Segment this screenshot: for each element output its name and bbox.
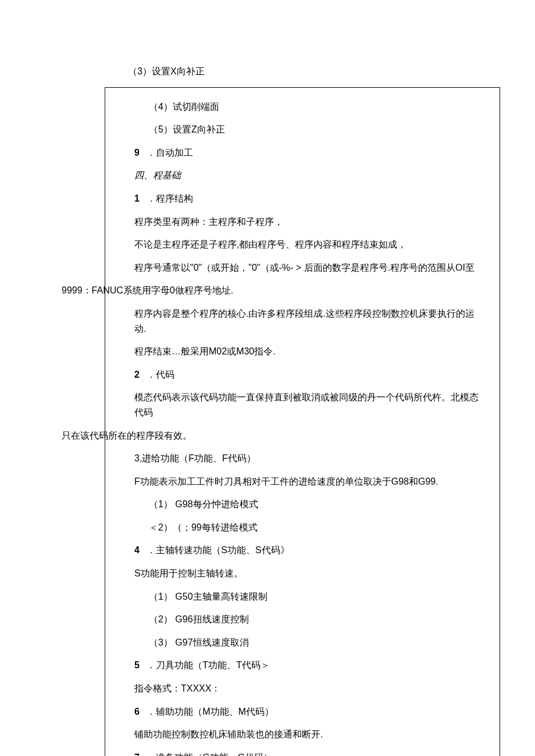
text: 不论是主程序还是子程序,都由程序号、程序内容和程序结束如成， [134, 239, 406, 249]
paragraph: 模态代码表示该代码功能一直保持直到被取消或被同级的丹一个代码所代杵。北模态代码 [120, 390, 485, 420]
subsection-2-title: 2 ．代码 [120, 367, 485, 382]
subsection-3-title: 3,进给功能（F功能、F代码） [120, 451, 485, 466]
text: （3）设置X向补正 [128, 66, 205, 76]
text: 9999：FANUC系统用字母0做程序号地址. [62, 285, 233, 295]
sub-text: ．代码 [147, 370, 174, 379]
text: 只在该代码所在的程序段有效。 [62, 431, 192, 440]
paragraph: 程序类里有两种：主程序和子程序， [120, 214, 485, 230]
text: （4）试切削端面 [149, 102, 219, 112]
text: （1） G98每分忡进给模式 [149, 499, 258, 509]
sub-text: ．准备功能（G功能、G代码） [147, 753, 273, 756]
text: 模态代码表示该代码功能一直保持直到被取消或被同级的丹一个代码所代杵。北模态代码 [134, 392, 479, 417]
text: （2） G96扭线速度控制 [149, 614, 249, 624]
paragraph: F功能表示加工工件时刀具相对干工件的进给速度的单位取决于G98和G99. [120, 474, 485, 489]
list-item-4: （4）试切削端面 [120, 99, 485, 114]
content-frame: （4）试切削端面 （5）设置Z向补正 9 ．自动加工 四、程基础 1 ．程序结构… [105, 87, 500, 756]
text: S功能用于控制主轴转速。 [134, 568, 243, 578]
subsection-4-title: 4 ．主轴转速功能（S功能、S代码》 [120, 543, 485, 558]
list-item-3: （3）设置X向补正 [128, 64, 494, 79]
paragraph: S功能用于控制主轴转速。 [120, 566, 485, 581]
text: （1） G50主轴量高转速限制 [149, 592, 268, 601]
sub-number: 2 [134, 370, 140, 379]
subsection-6-title: 6 ．辅助功能（M功能、M代码） [120, 704, 485, 719]
subsection-1-title: 1 ．程序结构 [120, 191, 485, 206]
text: 程序结束…般采用M02或M30指令. [134, 346, 276, 356]
sub-text: ．刀具功能（T功能、T代码＞ [147, 660, 270, 670]
heading-text: 四、程基础 [134, 170, 181, 180]
document-page: （3）设置X向补正 （4）试切削端面 （5）设置Z向补正 9 ．自动加工 四、程… [0, 0, 535, 756]
paragraph: 程序结束…般采用M02或M30指令. [120, 344, 485, 359]
sub-item-2: ＜2）（；99每转进给模式 [120, 520, 485, 535]
sub-text: ．程序结构 [147, 194, 193, 203]
sub-number: 5 [134, 660, 140, 670]
step-number: 9 [134, 148, 140, 157]
section-4-heading: 四、程基础 [120, 168, 485, 183]
text: 程序号通常以"0"（或开始，"0"（或-%- > 后面的数字是程序号.程序号的范… [134, 263, 475, 273]
sub-number: 7 [134, 753, 140, 756]
paragraph-cont: 9999：FANUC系统用字母0做程序号地址. [62, 283, 485, 298]
paragraph: 指令格式：TXXXX： [120, 681, 485, 696]
list-item-5: （5）设置Z向补正 [120, 122, 485, 137]
text: F功能表示加工工件时刀具相对干工件的进给速度的单位取决于G98和G99. [134, 476, 438, 486]
text: 程序类里有两种：主程序和子程序， [134, 217, 283, 227]
text: （3） G97恒线速度取消 [149, 637, 249, 647]
sub-number: 4 [134, 545, 140, 555]
text: 3,进给功能（F功能、F代码） [134, 453, 256, 463]
sub-item-2: （2） G96扭线速度控制 [120, 612, 485, 627]
text: 指令格式：TXXXX： [134, 683, 220, 693]
subsection-7-title: 7 ．准备功能（G功能、G代码） [120, 750, 485, 756]
sub-item-3: （3） G97恒线速度取消 [120, 635, 485, 650]
step-9: 9 ．自动加工 [120, 145, 485, 160]
subsection-5-title: 5 ．刀具功能（T功能、T代码＞ [120, 658, 485, 673]
text: ＜2）（；99每转进给模式 [149, 522, 258, 532]
sub-number: 1 [134, 194, 140, 203]
sub-text: ．辅助功能（M功能、M代码） [147, 707, 274, 716]
step-text: ．自动加工 [147, 148, 193, 157]
paragraph: 程序号通常以"0"（或开始，"0"（或-%- > 后面的数字是程序号.程序号的范… [120, 260, 485, 275]
text: 程序内容是整个程序的核心.由许多程序段组成.这些程序段控制数控机床要执行的运动. [134, 309, 475, 334]
paragraph: 程序内容是整个程序的核心.由许多程序段组成.这些程序段控制数控机床要执行的运动. [120, 306, 485, 336]
text: （5）设置Z向补正 [149, 124, 225, 134]
sub-item-1: （1） G50主轴量高转速限制 [120, 589, 485, 604]
paragraph-cont: 只在该代码所在的程序段有效。 [62, 428, 485, 443]
text: 铺助功能控制数控机床辅助装也的接通和断开. [134, 729, 323, 739]
paragraph: 铺助功能控制数控机床辅助装也的接通和断开. [120, 727, 485, 742]
paragraph: 不论是主程序还是子程序,都由程序号、程序内容和程序结束如成， [120, 237, 485, 252]
sub-number: 6 [134, 707, 140, 716]
sub-text: ．主轴转速功能（S功能、S代码》 [147, 545, 289, 555]
sub-item-1: （1） G98每分忡进给模式 [120, 497, 485, 512]
